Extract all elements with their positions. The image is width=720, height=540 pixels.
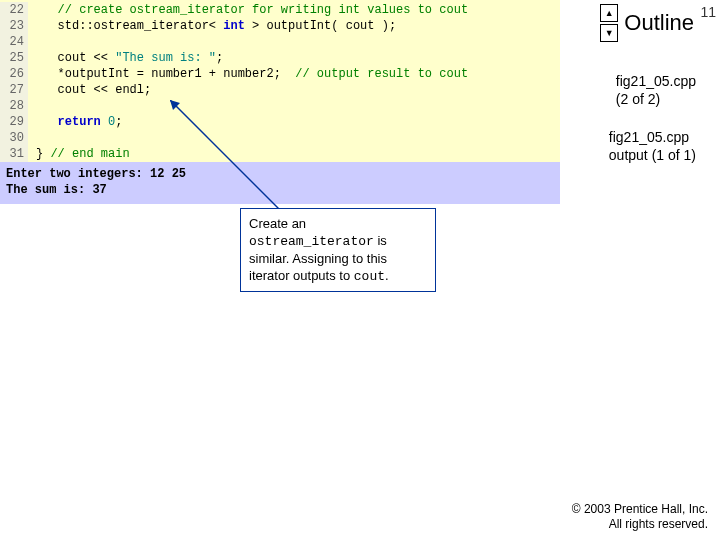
code-line: 30 bbox=[0, 130, 560, 146]
line-number: 24 bbox=[0, 34, 28, 50]
code-line: 31} // end main bbox=[0, 146, 560, 162]
code-token: cout << endl; bbox=[58, 83, 152, 97]
outline-up-button[interactable]: ▲ bbox=[600, 4, 618, 22]
code-line: 29 return 0; bbox=[0, 114, 560, 130]
code-text: } // end main bbox=[28, 146, 130, 162]
outline-arrows: ▲ ▼ bbox=[600, 4, 618, 42]
code-text: cout << endl; bbox=[28, 82, 151, 98]
code-token: > outputInt( cout ); bbox=[245, 19, 396, 33]
code-text bbox=[28, 98, 36, 114]
line-number: 29 bbox=[0, 114, 28, 130]
outline-nav: ▲ ▼ Outline bbox=[600, 4, 694, 42]
line-number: 31 bbox=[0, 146, 28, 162]
line-number: 26 bbox=[0, 66, 28, 82]
line-number: 25 bbox=[0, 50, 28, 66]
code-token: int bbox=[223, 19, 245, 33]
triangle-down-icon: ▼ bbox=[605, 29, 614, 38]
code-text: return 0; bbox=[28, 114, 122, 130]
line-number: 30 bbox=[0, 130, 28, 146]
code-token: ; bbox=[115, 115, 122, 129]
triangle-up-icon: ▲ bbox=[605, 9, 614, 18]
copyright-line: © 2003 Prentice Hall, Inc. bbox=[572, 502, 708, 517]
code-token: "The sum is: " bbox=[115, 51, 216, 65]
output-line: Enter two integers: 12 25 bbox=[6, 166, 554, 182]
note-line: (2 of 2) bbox=[616, 90, 696, 108]
code-token: cout << bbox=[58, 51, 116, 65]
callout-code: ostream_iterator bbox=[249, 234, 374, 249]
code-line: 24 bbox=[0, 34, 560, 50]
code-token: *outputInt = number1 + number2; bbox=[58, 67, 296, 81]
line-number: 28 bbox=[0, 98, 28, 114]
code-token: ; bbox=[216, 51, 223, 65]
code-text: cout << "The sum is: "; bbox=[28, 50, 223, 66]
code-text: *outputInt = number1 + number2; // outpu… bbox=[28, 66, 468, 82]
code-text bbox=[28, 34, 36, 50]
code-text: std::ostream_iterator< int > outputInt( … bbox=[28, 18, 396, 34]
callout-text: Create an bbox=[249, 216, 306, 231]
code-line: 22 // create ostream_iterator for writin… bbox=[0, 2, 560, 18]
code-token: // create ostream_iterator for writing i… bbox=[58, 3, 468, 17]
code-token: } bbox=[36, 147, 50, 161]
code-line: 27 cout << endl; bbox=[0, 82, 560, 98]
output-line: The sum is: 37 bbox=[6, 182, 554, 198]
code-token: // end main bbox=[50, 147, 129, 161]
code-text bbox=[28, 130, 36, 146]
callout-code: cout bbox=[354, 269, 385, 284]
code-token bbox=[101, 115, 108, 129]
slide: 11 ▲ ▼ Outline 22 // create ostream_iter… bbox=[0, 0, 720, 540]
copyright: © 2003 Prentice Hall, Inc. All rights re… bbox=[572, 502, 708, 532]
outline-down-button[interactable]: ▼ bbox=[600, 24, 618, 42]
callout-text: . bbox=[385, 268, 389, 283]
line-number: 22 bbox=[0, 2, 28, 18]
line-number: 27 bbox=[0, 82, 28, 98]
note-line: fig21_05.cpp bbox=[616, 72, 696, 90]
page-number: 11 bbox=[700, 4, 716, 20]
code-block: 22 // create ostream_iterator for writin… bbox=[0, 0, 560, 162]
code-line: 25 cout << "The sum is: "; bbox=[0, 50, 560, 66]
code-text: // create ostream_iterator for writing i… bbox=[28, 2, 468, 18]
note-line: fig21_05.cpp bbox=[609, 128, 696, 146]
outline-label: Outline bbox=[624, 10, 694, 36]
note-line: output (1 of 1) bbox=[609, 146, 696, 164]
sidebar-note-source: fig21_05.cpp (2 of 2) bbox=[616, 72, 696, 108]
line-number: 23 bbox=[0, 18, 28, 34]
code-token: // output result to cout bbox=[295, 67, 468, 81]
code-token: std::ostream_iterator< bbox=[58, 19, 224, 33]
code-line: 23 std::ostream_iterator< int > outputIn… bbox=[0, 18, 560, 34]
code-line: 28 bbox=[0, 98, 560, 114]
callout-annotation: Create an ostream_iterator is similar. A… bbox=[240, 208, 436, 292]
copyright-line: All rights reserved. bbox=[572, 517, 708, 532]
code-line: 26 *outputInt = number1 + number2; // ou… bbox=[0, 66, 560, 82]
code-token: return bbox=[58, 115, 101, 129]
sidebar-note-output: fig21_05.cpp output (1 of 1) bbox=[609, 128, 696, 164]
program-output: Enter two integers: 12 25 The sum is: 37 bbox=[0, 162, 560, 204]
